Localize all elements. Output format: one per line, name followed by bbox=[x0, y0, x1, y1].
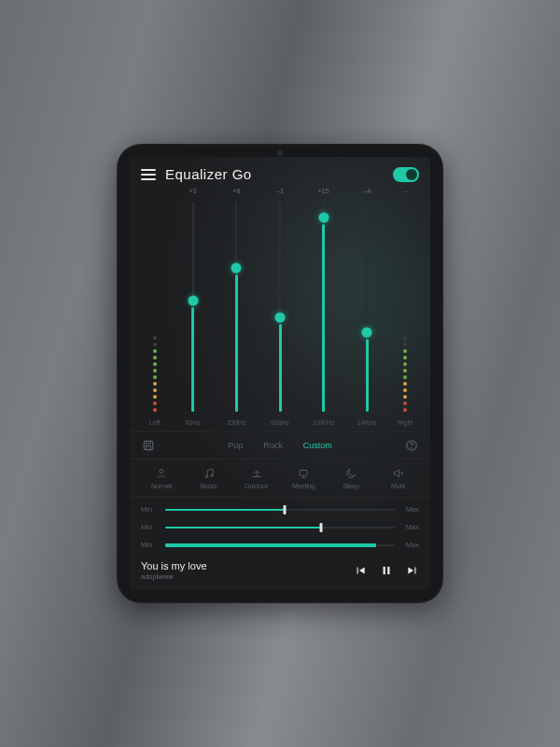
eq-band-freq: 3.6KHz bbox=[304, 419, 343, 426]
level-sliders: Min Max Min Max Min Max bbox=[130, 498, 430, 553]
mode-outdoor[interactable]: Outdoor bbox=[233, 467, 278, 489]
eq-band-value: +8 bbox=[217, 188, 256, 194]
prev-track-icon[interactable] bbox=[354, 564, 367, 577]
slider-min-label: Min bbox=[141, 523, 158, 531]
mode-row: Normal Music Outdoor Meeting Sleep Mute bbox=[130, 459, 430, 498]
header-bar: Equalizer Go bbox=[130, 157, 430, 188]
level-slider: Min Max bbox=[141, 541, 419, 549]
eq-band-freq: 60Hz bbox=[174, 419, 213, 426]
slider-track[interactable] bbox=[165, 544, 395, 546]
app-title: Equalizer Go bbox=[165, 166, 384, 182]
playback-controls bbox=[354, 564, 419, 577]
eq-right-label: Right bbox=[391, 419, 419, 426]
menu-icon[interactable] bbox=[141, 169, 156, 180]
svg-rect-7 bbox=[300, 471, 307, 476]
mode-normal[interactable]: Normal bbox=[139, 467, 184, 489]
now-playing-text: You is my love adoplwww bbox=[141, 560, 346, 581]
eq-band-value: +3 bbox=[174, 188, 213, 194]
eq-band-slider[interactable] bbox=[174, 198, 213, 416]
eq-band-freq: 910Hz bbox=[260, 419, 300, 426]
svg-point-5 bbox=[205, 475, 207, 477]
pause-icon[interactable] bbox=[380, 564, 393, 577]
slider-max-label: Max bbox=[402, 523, 419, 531]
mode-label: Music bbox=[201, 483, 217, 489]
svg-rect-9 bbox=[387, 567, 389, 574]
mode-label: Normal bbox=[151, 483, 173, 489]
eq-band-value: +15 bbox=[304, 188, 343, 194]
mode-mute[interactable]: Mute bbox=[376, 467, 421, 489]
mode-label: Outdoor bbox=[245, 483, 268, 489]
help-icon[interactable] bbox=[404, 438, 419, 453]
app-screen: Equalizer Go +3 +8 –1 +15 –4 – bbox=[130, 157, 430, 590]
svg-point-3 bbox=[412, 448, 413, 449]
eq-band-value: –4 bbox=[348, 188, 387, 194]
eq-left-value bbox=[141, 188, 169, 194]
vu-meter-right bbox=[391, 198, 419, 416]
slider-min-label: Min bbox=[141, 505, 158, 514]
eq-band-slider[interactable] bbox=[217, 198, 256, 416]
svg-rect-8 bbox=[384, 567, 385, 574]
track-title: You is my love bbox=[141, 560, 346, 571]
eq-right-value: – bbox=[391, 188, 419, 194]
slider-max-label: Max bbox=[402, 505, 419, 514]
svg-point-4 bbox=[160, 470, 163, 473]
eq-freq-row: Left 60Hz 230Hz 910Hz 3.6KHz 14KHz Right bbox=[139, 417, 421, 431]
slider-max-label: Max bbox=[402, 541, 419, 549]
equalizer-panel: +3 +8 –1 +15 –4 – Left 60Hz 230Hz 9 bbox=[130, 188, 430, 431]
track-artist: adoplwww bbox=[141, 572, 346, 581]
preset-custom[interactable]: Custom bbox=[303, 441, 332, 450]
eq-value-row: +3 +8 –1 +15 –4 – bbox=[139, 188, 421, 194]
power-toggle[interactable] bbox=[393, 167, 419, 182]
preset-row: Pop Rock Custom bbox=[130, 431, 430, 459]
slider-track[interactable] bbox=[165, 509, 395, 511]
save-preset-icon[interactable] bbox=[141, 438, 156, 453]
now-playing-bar: You is my love adoplwww bbox=[130, 553, 430, 590]
mode-label: Mute bbox=[391, 483, 406, 489]
svg-point-6 bbox=[211, 474, 213, 476]
mode-music[interactable]: Music bbox=[187, 467, 231, 489]
preset-rock[interactable]: Rock bbox=[263, 441, 283, 450]
vu-meter-left bbox=[141, 198, 169, 416]
eq-band-value: –1 bbox=[260, 188, 300, 194]
mode-label: Meeting bbox=[292, 483, 315, 489]
mode-meeting[interactable]: Meeting bbox=[281, 467, 326, 489]
slider-min-label: Min bbox=[141, 541, 158, 549]
next-track-icon[interactable] bbox=[406, 564, 419, 577]
eq-band-freq: 14KHz bbox=[348, 419, 387, 426]
level-slider: Min Max bbox=[141, 505, 419, 514]
svg-rect-1 bbox=[147, 446, 151, 450]
level-slider: Min Max bbox=[141, 523, 419, 531]
preset-pop[interactable]: Pop bbox=[228, 441, 243, 450]
eq-band-freq: 230Hz bbox=[217, 419, 256, 426]
eq-band-slider[interactable] bbox=[348, 198, 387, 416]
eq-slider-row bbox=[139, 194, 421, 417]
eq-band-slider[interactable] bbox=[304, 198, 343, 416]
mode-sleep[interactable]: Sleep bbox=[329, 467, 373, 489]
tablet-frame: Equalizer Go +3 +8 –1 +15 –4 – bbox=[117, 144, 443, 603]
eq-left-label: Left bbox=[141, 419, 169, 426]
mode-label: Sleep bbox=[343, 483, 359, 489]
eq-band-slider[interactable] bbox=[260, 198, 300, 416]
slider-track[interactable] bbox=[165, 527, 395, 529]
